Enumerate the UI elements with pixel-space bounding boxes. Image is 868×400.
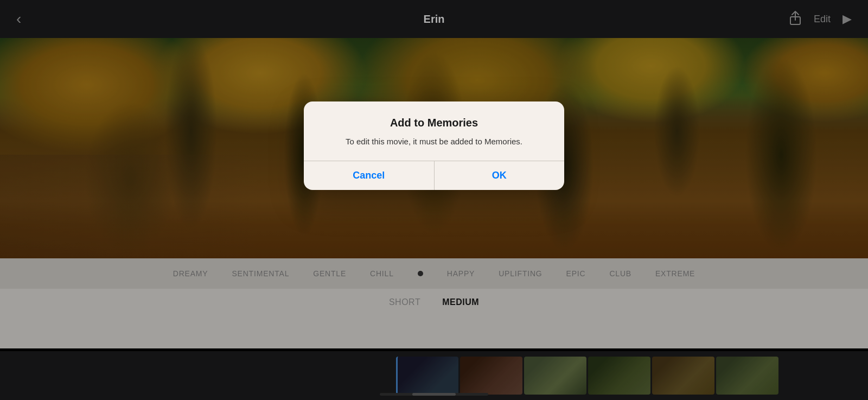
dialog-cancel-button[interactable]: Cancel (304, 161, 434, 190)
add-to-memories-dialog: Add to Memories To edit this movie, it m… (304, 101, 564, 191)
dialog-overlay: Add to Memories To edit this movie, it m… (0, 0, 868, 400)
dialog-content: Add to Memories To edit this movie, it m… (304, 101, 564, 161)
dialog-ok-button[interactable]: OK (435, 161, 565, 190)
dialog-buttons: Cancel OK (304, 161, 564, 190)
dialog-title: Add to Memories (321, 117, 547, 129)
dialog-message: To edit this movie, it must be added to … (321, 136, 547, 148)
